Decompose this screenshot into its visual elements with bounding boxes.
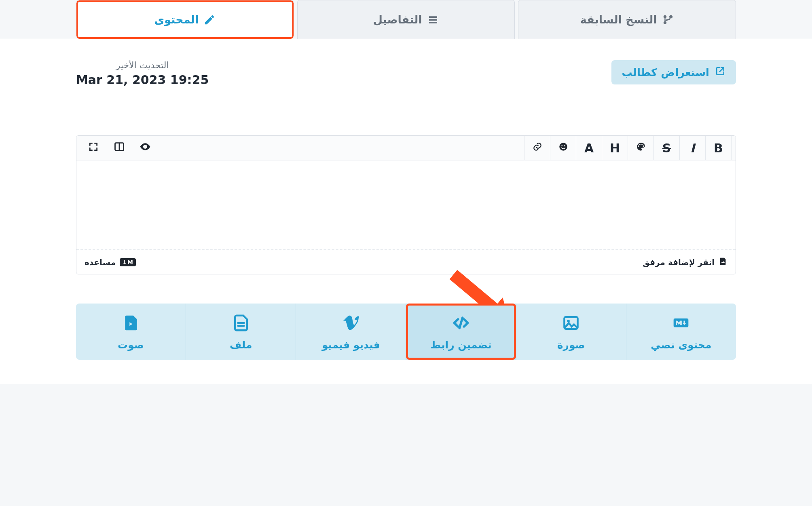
list-icon [427,14,439,26]
smile-icon [558,141,569,155]
editor-toolbar: B I S H A [76,136,736,160]
tile-text[interactable]: محتوى نصي [626,304,736,360]
font-button[interactable]: A [576,136,602,160]
markdown-badge: M↓ [120,258,136,266]
link-icon [532,141,543,155]
expand-icon [88,141,99,155]
last-update-label: التحديث الأخير [76,60,209,70]
eye-icon [139,141,151,156]
tab-versions[interactable]: النسخ السابقة [518,0,736,39]
bold-button[interactable]: B [705,136,731,160]
page-header: استعراض كطالب التحديث الأخير Mar 21, 202… [76,60,736,87]
emoji-button[interactable] [550,136,576,160]
tile-audio[interactable]: صوت [76,304,186,360]
preview-toggle-button[interactable] [132,136,158,160]
image-icon [562,314,580,334]
file-icon [232,314,250,334]
heading-button[interactable]: H [602,136,628,160]
last-update-value: Mar 21, 2023 19:25 [76,73,209,87]
preview-button-label: استعراض كطالب [622,66,709,78]
git-branch-icon [662,14,674,26]
svg-point-2 [564,145,565,146]
attach-zone[interactable]: انقر لإضافة مرفق [643,257,727,268]
tile-embed-label: تضمين رابط [430,339,491,351]
tab-details[interactable]: التفاصيل [297,0,515,39]
svg-point-1 [561,145,562,146]
palette-icon [636,141,646,155]
italic-button[interactable]: I [679,136,705,160]
tile-file-label: ملف [230,339,252,351]
help-label: مساعدة [85,257,116,267]
content-type-tiles: محتوى نصي صورة تضمين رابط فيديو فيميو مل… [76,304,736,360]
tile-vimeo[interactable]: فيديو فيميو [296,304,406,360]
tabs-bar: المحتوى التفاصيل النسخ السابقة [0,0,812,39]
view-tools [80,136,158,160]
preview-as-student-button[interactable]: استعراض كطالب [611,60,736,84]
fullscreen-button[interactable] [80,136,106,160]
last-update: التحديث الأخير Mar 21, 2023 19:25 [76,60,209,87]
tab-details-label: التفاصيل [373,13,422,26]
markdown-icon [672,314,690,334]
tile-image[interactable]: صورة [516,304,626,360]
content-page: استعراض كطالب التحديث الأخير Mar 21, 202… [0,39,812,384]
tab-versions-label: النسخ السابقة [580,13,657,26]
tile-file[interactable]: ملف [186,304,296,360]
strike-button[interactable]: S [653,136,679,160]
audio-file-icon [122,314,140,334]
tile-text-label: محتوى نصي [651,339,711,351]
image-attach-icon [719,257,727,268]
external-square-icon [715,66,725,79]
format-tools: B I S H A [524,136,732,160]
editor-textarea[interactable] [76,160,736,249]
vimeo-icon [342,314,360,334]
link-button[interactable] [524,136,550,160]
columns-icon [114,141,125,155]
help-zone[interactable]: M↓ مساعدة [85,257,136,267]
tile-image-label: صورة [557,339,585,351]
color-button[interactable] [628,136,653,160]
tile-embed[interactable]: تضمين رابط [406,304,516,360]
tile-audio-label: صوت [118,339,144,351]
markdown-editor: B I S H A انقر لإضافة مرفق M↓ [76,135,736,274]
pen-icon [203,14,216,26]
split-view-button[interactable] [106,136,132,160]
code-icon [452,314,470,334]
tab-content-label: المحتوى [154,13,199,26]
svg-point-0 [559,143,567,151]
tab-content[interactable]: المحتوى [76,0,294,39]
tile-vimeo-label: فيديو فيميو [322,339,380,351]
editor-footer: انقر لإضافة مرفق M↓ مساعدة [76,249,736,274]
attach-label: انقر لإضافة مرفق [643,257,715,267]
